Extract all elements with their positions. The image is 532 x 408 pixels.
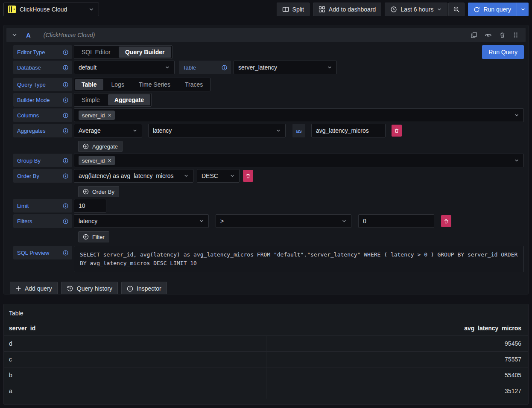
table-row: c 75557 (4, 351, 528, 367)
trash-icon (246, 173, 251, 179)
table-row: d 95456 (4, 335, 528, 351)
remove-filter-button[interactable] (441, 215, 451, 227)
info-icon (63, 113, 68, 118)
zoom-out-button[interactable] (448, 3, 465, 16)
query-type-option-table[interactable]: Table (75, 79, 103, 90)
sql-preview-label: SQL Preview (13, 246, 72, 259)
remove-tag-icon[interactable]: × (108, 112, 111, 118)
builder-mode-row: Builder Mode Simple Aggregate (13, 93, 524, 107)
run-query-split-button: Run query (468, 3, 529, 16)
chevron-down-icon (520, 7, 526, 12)
page: ClickHouse Cloud Split Add to dashboard (0, 0, 532, 405)
datasource-picker[interactable]: ClickHouse Cloud (3, 3, 99, 16)
remove-aggregate-button[interactable] (392, 125, 402, 137)
info-icon (63, 250, 68, 256)
inspector-button[interactable]: Inspector (121, 282, 167, 294)
add-order-by-button[interactable]: Order By (78, 186, 119, 197)
chevron-down-icon (514, 158, 519, 163)
chevron-down-icon (342, 219, 347, 224)
query-type-option-traces[interactable]: Traces (178, 79, 209, 90)
filter-value-input[interactable] (358, 214, 434, 228)
query-type-row: Query Type Table Logs Time Series Traces (13, 78, 524, 91)
group-by-label: Group By (13, 154, 72, 167)
time-range-button[interactable]: Last 6 hours (385, 3, 447, 16)
aggregate-function-select[interactable]: Average (74, 124, 142, 137)
info-icon (63, 128, 68, 134)
split-icon (282, 6, 289, 13)
copy-icon[interactable] (471, 32, 477, 38)
run-query-button[interactable]: Run query (468, 3, 517, 16)
query-datasource-hint: (ClickHouse Cloud) (44, 32, 95, 38)
group-by-multiselect[interactable]: server_id × (74, 154, 524, 167)
chevron-down-icon (230, 173, 235, 178)
order-by-direction-select[interactable]: DESC (197, 169, 240, 183)
query-type-option-time-series[interactable]: Time Series (132, 79, 177, 90)
remove-order-by-button[interactable] (243, 170, 253, 182)
sql-preview-row: SQL Preview SELECT server_id, avg(latenc… (13, 246, 524, 272)
chevron-down-icon (437, 7, 442, 12)
database-row: Database default Table (13, 61, 524, 74)
info-circle-icon (127, 286, 133, 292)
run-query-dropdown-button[interactable] (517, 3, 529, 16)
eye-icon[interactable] (485, 32, 492, 39)
editor-type-label: Editor Type (13, 45, 72, 59)
add-filter-button[interactable]: Filter (78, 231, 109, 242)
add-aggregate-button[interactable]: Aggregate (78, 141, 123, 152)
columns-multiselect[interactable]: server_id × (74, 108, 524, 122)
aggregate-column-select[interactable]: latency (148, 124, 286, 137)
clock-icon (390, 6, 397, 13)
plus-circle-icon (83, 189, 89, 195)
database-label: Database (13, 61, 72, 74)
database-select[interactable]: default (74, 61, 175, 74)
run-query-inline-button[interactable]: Run Query (482, 45, 524, 59)
trash-icon[interactable] (499, 32, 506, 38)
order-by-row: Order By avg(latency) as avg_latency_mic… (13, 169, 524, 183)
column-header-avg-latency-micros[interactable]: avg_latency_micros (266, 325, 528, 332)
limit-input[interactable] (74, 199, 106, 213)
builder-mode-option-simple[interactable]: Simple (75, 94, 106, 105)
info-icon (63, 158, 68, 163)
builder-mode-label: Builder Mode (13, 93, 72, 107)
query-type-option-logs[interactable]: Logs (105, 79, 131, 90)
cell-server-id: d (4, 336, 266, 351)
filter-operator-select[interactable]: > (216, 214, 351, 228)
info-icon (222, 65, 227, 70)
aggregate-alias-input[interactable] (311, 124, 386, 137)
collapse-chevron-icon[interactable] (12, 32, 18, 38)
topbar: ClickHouse Cloud Split Add to dashboard (3, 0, 529, 16)
panel-title: Table (4, 308, 528, 318)
column-header-server-id[interactable]: server_id (4, 325, 266, 332)
chevron-down-icon (276, 128, 281, 133)
table-select[interactable]: server_latency (234, 61, 337, 74)
editor-type-option-query-builder[interactable]: Query Builder (119, 47, 171, 58)
add-query-button[interactable]: Add query (10, 282, 58, 294)
editor-type-row: Editor Type SQL Editor Query Builder Run… (13, 45, 524, 59)
columns-label: Columns (13, 108, 72, 122)
editor-type-option-sql-editor[interactable]: SQL Editor (75, 47, 117, 58)
results-table: server_id avg_latency_micros d 95456 c 7… (4, 321, 528, 399)
add-to-dashboard-button[interactable]: Add to dashboard (313, 3, 382, 16)
builder-mode-option-aggregate[interactable]: Aggregate (108, 94, 150, 105)
table-row: b 55405 (4, 367, 528, 383)
cell-avg-latency: 55405 (266, 367, 528, 383)
as-label: as (292, 124, 305, 137)
zoom-out-icon (453, 6, 460, 13)
clickhouse-logo-icon (8, 6, 16, 13)
trash-icon (394, 128, 399, 134)
split-button[interactable]: Split (277, 3, 310, 16)
add-filter-row: Filter (78, 231, 524, 242)
query-header: A (ClickHouse Cloud) (6, 28, 526, 42)
info-icon (63, 97, 68, 103)
order-by-column-select[interactable]: avg(latency) as avg_latency_micros (74, 169, 193, 183)
plus-circle-icon (83, 143, 89, 149)
filter-column-select[interactable]: latency (74, 214, 209, 228)
table-header-row: server_id avg_latency_micros (4, 321, 528, 335)
remove-tag-icon[interactable]: × (108, 157, 111, 163)
history-icon (67, 285, 73, 292)
drag-handle-icon[interactable] (513, 32, 519, 38)
query-history-button[interactable]: Query history (61, 282, 118, 294)
apps-grid-icon (319, 6, 325, 13)
query-builder-rows: Editor Type SQL Editor Query Builder Run… (6, 42, 526, 272)
chevron-down-icon (132, 128, 137, 133)
info-icon (63, 50, 68, 55)
